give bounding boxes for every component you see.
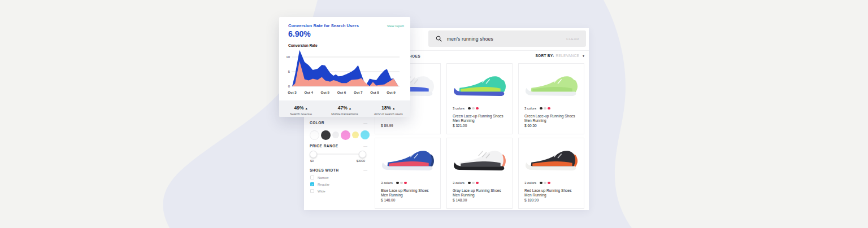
color-variant-dot <box>544 182 546 185</box>
search-query-text: men's running shoes <box>447 36 566 42</box>
color-variant-dot <box>476 182 479 185</box>
width-filter-title: SHOES WIDTH <box>310 168 338 172</box>
slider-handle-min[interactable] <box>310 151 317 158</box>
svg-text:Oct 4: Oct 4 <box>304 90 313 94</box>
shoes-width-options: Narrow✓RegularWide <box>310 174 329 195</box>
results-count-fragment: HOES <box>409 54 420 58</box>
color-variant-dot <box>468 107 471 110</box>
collapse-icon[interactable]: — <box>363 122 367 124</box>
analytics-card: Conversion Rate for Search Users View re… <box>279 17 410 117</box>
analytics-card-title: Conversion Rate for Search Users <box>288 23 359 28</box>
svg-text:Oct 7: Oct 7 <box>354 90 363 94</box>
svg-text:Oct 8: Oct 8 <box>370 90 379 94</box>
color-swatch-white[interactable] <box>310 130 319 140</box>
colors-count-label: 3 colors <box>524 107 536 110</box>
sort-by-label: SORT BY: <box>535 54 554 58</box>
product-price: $ 89.99 <box>381 124 393 128</box>
color-swatch-gray[interactable] <box>332 131 339 138</box>
product-category: Men Running <box>381 193 403 197</box>
filter-section-color: COLOR — <box>310 121 367 125</box>
sort-by-dropdown[interactable]: SORT BY: RELEVANCE ▼ <box>535 54 585 58</box>
product-category: Men Running <box>453 193 475 197</box>
price-max-label: $3000 <box>357 159 365 163</box>
stat-label: AOV of search users <box>374 112 403 116</box>
stat-item: 49%▲Search revenue <box>279 100 323 117</box>
color-swatch-pink[interactable] <box>341 130 350 140</box>
stat-value: 47% <box>338 105 348 111</box>
slider-handle-max[interactable] <box>359 151 366 158</box>
product-card[interactable]: 3 colorsBlue Lace-up Running ShoesMen Ru… <box>375 138 441 209</box>
stat-value: 18% <box>381 105 391 111</box>
colors-count-label: 3 colors <box>453 181 465 185</box>
collapse-icon[interactable]: — <box>363 145 367 147</box>
conversion-rate-value: 6.90% <box>288 29 311 38</box>
svg-text:Oct 9: Oct 9 <box>387 90 396 94</box>
shoe-image <box>452 69 508 101</box>
product-card[interactable]: 3 colorsGreen Lace-up Running ShoesMen R… <box>518 63 584 134</box>
filter-section-price: PRICE RANGE — <box>310 144 367 148</box>
color-swatch-cyan[interactable] <box>361 130 370 139</box>
width-option-wide[interactable]: Wide <box>310 188 329 194</box>
width-option-narrow[interactable]: Narrow <box>310 174 329 181</box>
trend-up-icon: ▲ <box>305 107 307 110</box>
color-variant-dot <box>396 182 399 185</box>
shoe-image <box>524 144 580 176</box>
product-name: Red Lace-up Running Shoes <box>524 188 580 193</box>
colors-count-label: 3 colors <box>453 107 465 110</box>
clear-search-button[interactable]: CLEAR <box>566 37 579 41</box>
product-card[interactable]: 3 colorsGray Lace-up Running ShoesMen Ru… <box>446 138 513 209</box>
search-input[interactable]: men's running shoes CLEAR <box>428 30 586 47</box>
color-variant-dot <box>540 107 542 110</box>
product-category: Men Running <box>524 193 546 197</box>
price-min-label: $0 <box>310 159 314 163</box>
shoe-image <box>452 144 508 176</box>
stat-value: 49% <box>294 105 303 111</box>
width-option-regular[interactable]: ✓Regular <box>310 181 329 187</box>
product-colors-row: 3 colors <box>453 107 480 110</box>
color-variant-dot <box>472 107 475 110</box>
color-swatch-yellow[interactable] <box>352 131 359 138</box>
product-colors-row: 3 colors <box>381 181 408 185</box>
product-name: Green Lace-up Running Shoes <box>453 114 509 119</box>
color-variant-dot <box>476 107 479 110</box>
product-name: Gray Lace-up Running Shoes <box>453 188 509 193</box>
color-variant-dot <box>472 182 475 185</box>
svg-text:Oct 5: Oct 5 <box>321 90 330 94</box>
product-card[interactable]: 3 colorsGreen Lace-up Running ShoesMen R… <box>446 63 513 134</box>
width-option-label: Regular <box>318 183 329 186</box>
svg-text:0: 0 <box>288 85 290 88</box>
price-range-labels: $0 $3000 <box>310 159 365 163</box>
color-swatch-black[interactable] <box>321 130 331 140</box>
product-card[interactable]: 3 colorsRed Lace-up Running ShoesMen Run… <box>518 138 584 209</box>
collapse-icon[interactable]: — <box>363 169 367 172</box>
analytics-stats-row: 49%▲Search revenue47%▲Mobile transaction… <box>279 100 410 117</box>
product-price: $ 321.00 <box>453 124 467 128</box>
shoe-image <box>380 144 436 176</box>
stat-item: 47%▲Mobile transactions <box>323 100 366 117</box>
product-category: Men Running <box>453 119 475 122</box>
product-price: $ 148.00 <box>381 198 395 202</box>
color-variant-dot <box>540 182 542 185</box>
color-variant-dot <box>468 182 471 185</box>
product-colors-row: 3 colors <box>524 181 552 185</box>
checkbox-icon[interactable]: ✓ <box>310 182 314 186</box>
view-report-link[interactable]: View report <box>387 24 404 28</box>
price-range-slider <box>310 150 366 158</box>
slider-track[interactable] <box>311 154 364 155</box>
stat-label: Search revenue <box>290 112 312 116</box>
svg-text:10: 10 <box>286 55 290 59</box>
color-swatch-row <box>310 129 370 141</box>
colors-count-label: 3 colors <box>524 181 536 185</box>
svg-text:Oct 3: Oct 3 <box>288 90 297 94</box>
product-colors-row: 3 colors <box>524 107 552 110</box>
chart-title: Conversion Rate <box>288 43 318 47</box>
svg-text:5: 5 <box>288 70 290 73</box>
conversion-rate-chart: 0510Oct 3Oct 4Oct 5Oct 6Oct 7Oct 8Oct 9 <box>285 50 405 96</box>
checkbox-icon[interactable] <box>310 176 314 179</box>
search-icon <box>436 36 442 42</box>
checkbox-icon[interactable] <box>310 189 314 193</box>
color-variant-dot <box>400 182 403 185</box>
product-price: $ 60.50 <box>524 124 537 128</box>
color-variant-dot <box>548 182 550 185</box>
shoe-image <box>524 69 580 101</box>
